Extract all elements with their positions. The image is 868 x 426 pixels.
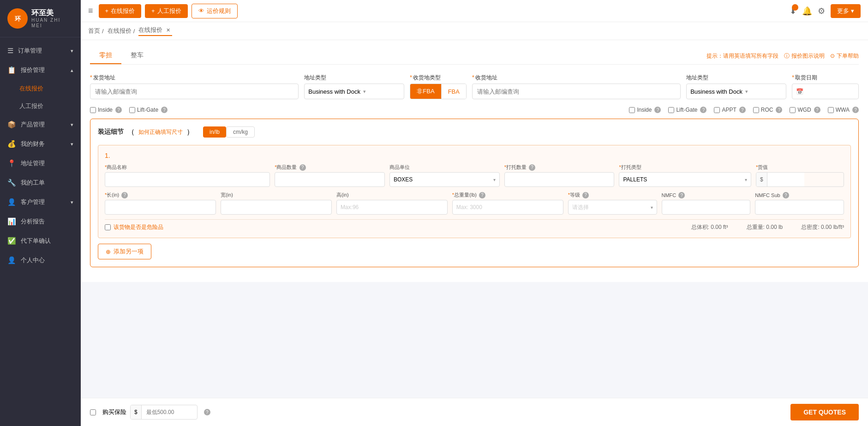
online-quote-button[interactable]: + 在线报价 bbox=[99, 4, 142, 18]
menu-icon[interactable]: ≡ bbox=[88, 6, 93, 16]
length-help-icon[interactable]: ? bbox=[121, 192, 128, 198]
danger-checkbox[interactable]: 该货物是否是危险品 bbox=[105, 223, 163, 231]
product-qty-help-icon[interactable]: ? bbox=[299, 164, 306, 171]
sidebar-item-report[interactable]: 📊 分析报告 bbox=[0, 212, 81, 231]
unit-in-lb-btn[interactable]: in/lb bbox=[203, 126, 226, 138]
roc-checkbox[interactable]: ROC ? bbox=[753, 107, 783, 113]
wwa-input[interactable] bbox=[828, 107, 834, 113]
sidebar-item-confirm[interactable]: ✅ 代下单确认 bbox=[0, 231, 81, 251]
weight-input[interactable] bbox=[452, 200, 563, 215]
origin-type-label: 地址类型 bbox=[304, 74, 404, 82]
wgd-help-icon[interactable]: ? bbox=[814, 107, 820, 113]
liftgate-origin-checkbox[interactable]: Lift-Gate ? bbox=[129, 107, 168, 113]
products-icon: 📦 bbox=[7, 120, 16, 129]
length-input[interactable] bbox=[105, 200, 216, 215]
nmfc-help-icon[interactable]: ? bbox=[678, 192, 685, 198]
weight-help-icon[interactable]: ? bbox=[479, 192, 485, 198]
liftgate-dest-input[interactable] bbox=[668, 107, 674, 113]
nmfc-sub-input[interactable] bbox=[755, 200, 844, 215]
sidebar-item-finance[interactable]: 💰 我的财务 ▾ bbox=[0, 134, 81, 154]
wwa-help-icon[interactable]: ? bbox=[852, 107, 859, 113]
sidebar-item-manual-quote[interactable]: 人工报价 bbox=[0, 97, 81, 115]
width-input[interactable] bbox=[221, 200, 332, 215]
height-input[interactable] bbox=[336, 200, 448, 215]
non-fba-option[interactable]: 非FBA bbox=[410, 84, 441, 99]
grade-select[interactable]: 请选择 ▾ bbox=[568, 200, 657, 215]
inside-origin-input[interactable] bbox=[90, 107, 96, 113]
product-unit-select[interactable]: BOXES ▾ bbox=[389, 172, 500, 187]
inside-dest-help-icon[interactable]: ? bbox=[654, 107, 661, 113]
products-chevron: ▾ bbox=[71, 122, 73, 128]
appt-checkbox[interactable]: APPT ? bbox=[714, 107, 745, 113]
settings-icon[interactable]: ⚙ bbox=[818, 6, 825, 16]
fba-option[interactable]: FBA bbox=[441, 84, 466, 99]
origin-type-value: Business with Dock bbox=[308, 88, 360, 95]
pallet-qty-help-icon[interactable]: ? bbox=[529, 164, 535, 171]
inside-origin-help-icon[interactable]: ? bbox=[115, 107, 122, 113]
inside-dest-checkbox[interactable]: Inside ? bbox=[629, 107, 661, 113]
nmfc-sub-help-icon[interactable]: ? bbox=[783, 192, 789, 198]
value-input[interactable] bbox=[767, 173, 804, 186]
workorder-label: 我的工单 bbox=[21, 179, 45, 187]
liftgate-origin-help-icon[interactable]: ? bbox=[161, 107, 168, 113]
notification-icon[interactable]: 🔔 bbox=[802, 6, 812, 16]
product-name-input[interactable] bbox=[105, 172, 270, 187]
wwa-checkbox[interactable]: WWA ? bbox=[828, 107, 859, 113]
more-button[interactable]: 更多 ▾ bbox=[831, 4, 861, 18]
danger-input[interactable] bbox=[105, 224, 111, 230]
origin-type-chevron-icon: ▾ bbox=[363, 89, 366, 95]
sidebar-item-orders[interactable]: ☰ 订单管理 ▾ bbox=[0, 41, 81, 60]
sidebar-item-customer[interactable]: 👤 客户管理 ▾ bbox=[0, 192, 81, 212]
pallet-type-select[interactable]: PALLETS ▾ bbox=[619, 172, 751, 187]
grade-help-icon[interactable]: ? bbox=[582, 192, 589, 198]
insurance-checkbox[interactable] bbox=[90, 409, 96, 415]
liftgate-dest-checkbox[interactable]: Lift-Gate ? bbox=[668, 107, 706, 113]
quote-diagram-link[interactable]: ⓘ 报价图示说明 bbox=[784, 52, 825, 60]
inside-dest-input[interactable] bbox=[629, 107, 635, 113]
liftgate-origin-input[interactable] bbox=[129, 107, 135, 113]
sidebar-item-products[interactable]: 📦 产品管理 ▾ bbox=[0, 115, 81, 134]
sidebar-item-workorder[interactable]: 🔧 我的工单 bbox=[0, 173, 81, 192]
order-help-link[interactable]: ⊙ 下单帮助 bbox=[830, 52, 859, 60]
liftgate-dest-help-icon[interactable]: ? bbox=[700, 107, 706, 113]
get-quotes-button[interactable]: GET QUOTES bbox=[790, 404, 859, 420]
wgd-input[interactable] bbox=[790, 107, 796, 113]
insurance-amount-input[interactable] bbox=[142, 409, 197, 415]
freight-rules-button[interactable]: 👁 运价规则 bbox=[192, 4, 238, 18]
finance-icon: 💰 bbox=[7, 140, 16, 148]
pickup-date-input[interactable]: 📅 bbox=[792, 84, 859, 99]
item-section-1: 1. *商品名称 *商品数量 ? bbox=[98, 145, 851, 238]
appt-help-icon[interactable]: ? bbox=[739, 107, 746, 113]
breadcrumb-home[interactable]: 首页 bbox=[88, 27, 100, 35]
inside-origin-checkbox[interactable]: Inside ? bbox=[90, 107, 122, 113]
roc-help-icon[interactable]: ? bbox=[776, 107, 782, 113]
nmfc-input[interactable] bbox=[662, 200, 751, 215]
width-field: 宽(in) bbox=[221, 192, 332, 215]
sidebar-item-quotes[interactable]: 📋 报价管理 ▴ bbox=[0, 60, 81, 80]
dest-input[interactable] bbox=[472, 84, 681, 99]
value-label: *货值 bbox=[756, 164, 844, 171]
sidebar-item-online-quote[interactable]: 在线报价 bbox=[0, 80, 81, 97]
unit-cm-kg-btn[interactable]: cm/kg bbox=[226, 126, 255, 138]
download-icon[interactable]: ⬇ bbox=[790, 6, 796, 16]
total-density: 总密度: 0.00 lb/ft³ bbox=[801, 223, 844, 231]
sidebar-item-address[interactable]: 📍 地址管理 bbox=[0, 154, 81, 173]
manual-quote-button[interactable]: + 人工报价 bbox=[145, 4, 188, 18]
how-to-fill-link[interactable]: 如何正确填写尺寸 bbox=[138, 128, 183, 136]
insurance-help-icon[interactable]: ? bbox=[204, 409, 210, 415]
origin-type-select[interactable]: Business with Dock ▾ bbox=[304, 84, 404, 99]
dest-type-select[interactable]: Business with Dock ▾ bbox=[686, 84, 786, 99]
pallet-qty-input[interactable] bbox=[504, 172, 615, 187]
insurance-label: 购买保险 bbox=[102, 408, 126, 416]
appt-input[interactable] bbox=[714, 107, 720, 113]
breadcrumb-close-icon[interactable]: ✕ bbox=[166, 27, 170, 33]
tab-zero-load[interactable]: 零担 bbox=[90, 48, 121, 64]
roc-input[interactable] bbox=[753, 107, 759, 113]
add-item-button[interactable]: ⊕ 添加另一项 bbox=[98, 244, 151, 259]
tab-full-load[interactable]: 整车 bbox=[121, 48, 153, 64]
breadcrumb-online-quote[interactable]: 在线报价 bbox=[108, 27, 132, 35]
wgd-checkbox[interactable]: WGD ? bbox=[790, 107, 820, 113]
origin-input[interactable] bbox=[90, 84, 299, 99]
sidebar-item-profile[interactable]: 👤 个人中心 bbox=[0, 251, 81, 270]
product-qty-input[interactable] bbox=[275, 172, 385, 187]
